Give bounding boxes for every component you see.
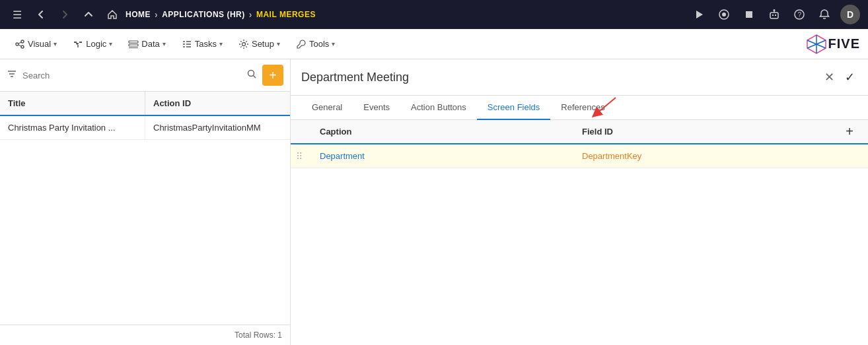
- svg-rect-19: [129, 44, 138, 46]
- tools-icon: [296, 39, 307, 49]
- setup-chevron: ▾: [277, 40, 280, 47]
- svg-line-15: [18, 42, 21, 44]
- list-footer: Total Rows: 1: [0, 325, 290, 345]
- col-caption: Caption: [312, 120, 574, 143]
- cell-title: Christmas Party Invitation ...: [0, 116, 145, 139]
- col-title: Title: [0, 92, 145, 115]
- svg-rect-20: [129, 47, 138, 48]
- toolbar-tasks-label: Tasks: [195, 39, 217, 49]
- panel-actions: ✕ ✓: [822, 67, 857, 87]
- tabs: General Events Action Buttons Screen Fie…: [291, 96, 868, 120]
- svg-point-13: [21, 40, 24, 43]
- confirm-button[interactable]: ✓: [842, 67, 857, 87]
- svg-marker-0: [696, 11, 703, 18]
- play-icon[interactable]: [690, 5, 708, 24]
- right-table-header: Caption Field ID +: [291, 120, 868, 144]
- toolbar-data-label: Data: [141, 39, 159, 49]
- five-logo-icon: [805, 32, 828, 56]
- svg-rect-6: [775, 15, 776, 16]
- svg-point-27: [242, 42, 245, 46]
- main-layout: + Title Action ID Christmas Party Invita…: [0, 59, 868, 345]
- nav-right: ? D: [690, 5, 860, 24]
- drag-handle-icon[interactable]: ⠿: [296, 151, 312, 162]
- breadcrumb: HOME › APPLICATIONS (HR) › MAIL MERGES: [103, 5, 316, 24]
- tabs-wrapper: General Events Action Buttons Screen Fie…: [291, 96, 868, 120]
- list-header: Title Action ID: [0, 92, 290, 116]
- cell-caption: Department: [312, 144, 574, 168]
- tab-general[interactable]: General: [301, 96, 353, 120]
- tools-chevron: ▾: [332, 40, 335, 47]
- right-panel: Department Meeting ✕ ✓ General Events Ac…: [291, 59, 868, 345]
- filter-icon[interactable]: [7, 69, 17, 82]
- breadcrumb-home[interactable]: HOME: [126, 10, 151, 19]
- table-row[interactable]: ⠿ Department DepartmentKey: [291, 144, 868, 168]
- svg-text:?: ?: [798, 11, 802, 18]
- svg-point-8: [774, 9, 776, 11]
- up-icon[interactable]: [79, 5, 98, 24]
- help-icon[interactable]: ?: [790, 5, 809, 24]
- data-icon: [128, 39, 139, 49]
- add-row-button[interactable]: +: [846, 124, 853, 139]
- breadcrumb-mail-merges[interactable]: MAIL MERGES: [256, 10, 316, 19]
- toolbar-tools-label: Tools: [309, 39, 329, 49]
- right-table: Caption Field ID + ⠿ Department Departme…: [291, 120, 868, 345]
- svg-line-16: [18, 45, 21, 46]
- panel-title: Department Meeting: [301, 71, 822, 84]
- stop-icon[interactable]: [740, 5, 758, 24]
- logic-icon: [73, 39, 83, 49]
- close-button[interactable]: ✕: [822, 67, 837, 87]
- home-icon[interactable]: [103, 5, 122, 24]
- left-panel: + Title Action ID Christmas Party Invita…: [0, 59, 291, 345]
- toolbar-visual-label: Visual: [28, 39, 51, 49]
- breadcrumb-applications[interactable]: APPLICATIONS (HR): [162, 10, 245, 19]
- add-button[interactable]: +: [262, 65, 283, 86]
- tab-events[interactable]: Events: [353, 96, 400, 120]
- setup-icon: [238, 39, 249, 49]
- top-nav: ☰ HOME › APPLICATIONS (HR) › MAIL MERGES: [0, 0, 868, 29]
- bell-icon[interactable]: [815, 5, 834, 24]
- toolbar: Visual ▾ Logic ▾ Data ▾ Tasks ▾ Setup ▾ …: [0, 29, 868, 59]
- svg-rect-4: [770, 13, 778, 18]
- visual-chevron: ▾: [54, 40, 57, 47]
- toolbar-visual[interactable]: Visual ▾: [8, 35, 63, 53]
- breadcrumb-sep-1: ›: [155, 9, 158, 20]
- tasks-chevron: ▾: [219, 40, 223, 47]
- svg-point-35: [248, 71, 254, 77]
- forward-icon[interactable]: [55, 5, 74, 24]
- cell-action-id: ChristmasPartyInvitationMM: [145, 116, 290, 139]
- col-action-id: Action ID: [145, 92, 290, 115]
- search-icon[interactable]: [246, 69, 257, 82]
- svg-rect-5: [772, 15, 774, 16]
- toolbar-setup[interactable]: Setup ▾: [232, 35, 287, 53]
- search-bar: +: [0, 59, 290, 92]
- tasks-icon: [182, 39, 192, 49]
- list-row[interactable]: Christmas Party Invitation ... Christmas…: [0, 116, 290, 140]
- total-rows-label: Total Rows: 1: [235, 330, 282, 340]
- toolbar-logic[interactable]: Logic ▾: [66, 35, 119, 53]
- svg-point-12: [16, 43, 18, 46]
- svg-line-36: [254, 76, 256, 78]
- hamburger-icon[interactable]: ☰: [8, 5, 26, 24]
- tab-action-buttons[interactable]: Action Buttons: [400, 96, 477, 120]
- search-input[interactable]: [22, 71, 241, 80]
- add-row-area: +: [836, 124, 863, 139]
- nav-left: ☰ HOME › APPLICATIONS (HR) › MAIL MERGES: [8, 5, 683, 24]
- preview-icon[interactable]: [715, 5, 733, 24]
- robot-icon[interactable]: [765, 5, 783, 24]
- svg-point-14: [21, 46, 24, 48]
- five-logo-area: FIVE: [805, 32, 860, 56]
- toolbar-tools[interactable]: Tools ▾: [289, 35, 342, 53]
- tab-screen-fields[interactable]: Screen Fields: [477, 96, 550, 120]
- logic-chevron: ▾: [109, 40, 112, 47]
- tab-references[interactable]: References: [550, 96, 615, 120]
- panel-header: Department Meeting ✕ ✓: [291, 59, 868, 96]
- visual-icon: [15, 39, 25, 49]
- svg-rect-18: [129, 41, 138, 43]
- toolbar-logic-label: Logic: [86, 39, 106, 49]
- cell-field-id: DepartmentKey: [574, 144, 836, 168]
- toolbar-tasks[interactable]: Tasks ▾: [175, 35, 229, 53]
- back-icon[interactable]: [32, 5, 50, 24]
- user-avatar[interactable]: D: [840, 5, 860, 24]
- toolbar-data[interactable]: Data ▾: [122, 35, 172, 53]
- svg-rect-3: [746, 11, 752, 18]
